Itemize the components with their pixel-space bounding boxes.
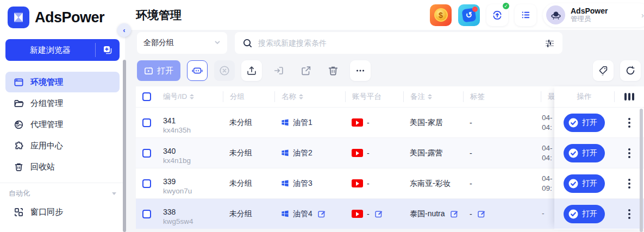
- share-transfer-button[interactable]: [296, 60, 316, 81]
- open-row-button[interactable]: 打开: [564, 114, 605, 132]
- page-title: 环境管理: [136, 8, 182, 23]
- action-row: 打开: [554, 198, 644, 229]
- browser-window-icon: [13, 77, 24, 87]
- search-input[interactable]: [258, 39, 539, 47]
- column-settings-icon[interactable]: [614, 91, 644, 102]
- profile-name: AdsPower: [571, 7, 608, 16]
- upload-icon: [246, 65, 258, 77]
- refresh-table-button[interactable]: [620, 60, 641, 81]
- windows-os-icon: [281, 210, 289, 218]
- open-row-button[interactable]: 打开: [564, 205, 605, 223]
- open-row-button[interactable]: 打开: [564, 144, 605, 162]
- search-bar[interactable]: [235, 32, 562, 54]
- open-selected-label: 打开: [157, 66, 173, 76]
- sidebar-menu: 环境管理 分组管理 代理管理: [5, 72, 120, 177]
- rpa-robot-button[interactable]: [187, 60, 208, 81]
- sidebar-item-window-sync[interactable]: 窗口同步: [5, 202, 120, 222]
- robot-icon: [191, 65, 203, 77]
- avatar: [546, 5, 565, 24]
- group-filter-dropdown[interactable]: 全部分组: [137, 32, 227, 54]
- cell-name: 油管2: [274, 148, 345, 158]
- adspower-logo-icon: [8, 7, 29, 28]
- new-browser-button[interactable]: 新建浏览器: [5, 39, 120, 61]
- window-sync-icon: [13, 206, 24, 217]
- cell-group: 未分组: [223, 118, 274, 128]
- sidebar-item-proxy[interactable]: 代理管理: [5, 114, 120, 135]
- select-all-checkbox[interactable]: [142, 92, 151, 101]
- sync-icon: [491, 9, 503, 21]
- edit-icon[interactable]: [317, 210, 326, 218]
- sort-icon[interactable]: [190, 94, 194, 99]
- youtube-icon: [352, 210, 363, 218]
- share-icon: [300, 65, 312, 77]
- cell-remark: 美国-家居: [403, 118, 463, 128]
- filter-sliders-icon[interactable]: [545, 38, 555, 48]
- sunbrowser-icon: [568, 178, 579, 189]
- more-actions-button[interactable]: [350, 60, 371, 81]
- export-upload-button[interactable]: [241, 60, 262, 81]
- automation-section-header[interactable]: 自动化: [0, 183, 125, 200]
- batch-create-icon[interactable]: [96, 39, 120, 61]
- sidebar-item-apps[interactable]: 应用中心: [5, 135, 120, 156]
- table-scrollbar[interactable]: [640, 109, 643, 232]
- close-circle-icon: [218, 65, 230, 77]
- import-icon: [273, 65, 285, 77]
- coin-icon: $: [434, 8, 448, 22]
- sidebar-item-label: 环境管理: [30, 77, 63, 87]
- open-selected-button[interactable]: 打开: [137, 60, 180, 81]
- cell-remark: 东南亚-彩妆: [403, 179, 463, 189]
- windows-os-icon: [281, 118, 289, 127]
- cell-tag: -: [463, 149, 541, 158]
- row-checkbox[interactable]: [142, 179, 151, 188]
- sidebar-collapse-button[interactable]: ‹: [117, 23, 131, 37]
- chevron-down-icon: [112, 192, 116, 195]
- notification-dot: [472, 7, 478, 12]
- group-filter-value: 全部分组: [143, 38, 174, 48]
- rewards-coin-button[interactable]: $: [430, 4, 452, 26]
- import-button[interactable]: [268, 60, 289, 81]
- ellipsis-icon: [354, 65, 366, 77]
- cell-group: 未分组: [223, 209, 274, 219]
- fixed-action-column: 操作 打开 打开 打开: [554, 86, 644, 229]
- col-header-remark[interactable]: 备注: [403, 91, 463, 102]
- windows-os-icon: [281, 179, 289, 187]
- delete-button[interactable]: [323, 60, 343, 81]
- edit-icon[interactable]: [374, 210, 383, 218]
- toolbar: 打开: [137, 60, 640, 81]
- cell-id: 338kwg5sw4: [157, 203, 223, 225]
- profile-menu[interactable]: AdsPower 管理员 ›: [543, 3, 644, 27]
- new-browser-label: 新建浏览器: [5, 39, 95, 61]
- main-area: 环境管理 $ ↺ ✓: [125, 0, 644, 232]
- youtube-icon: [352, 118, 363, 127]
- tag-manage-button[interactable]: [593, 60, 614, 81]
- sunbrowser-icon: [568, 117, 579, 128]
- sidebar: AdsPower 新建浏览器 环境管理: [0, 0, 125, 232]
- sidebar-item-environment[interactable]: 环境管理: [5, 72, 120, 92]
- update-sync-button[interactable]: ✓: [486, 4, 508, 26]
- sidebar-scrollbar[interactable]: [123, 60, 126, 232]
- edit-icon[interactable]: [450, 210, 459, 218]
- sidebar-item-recycle[interactable]: 回收站: [5, 156, 120, 177]
- sort-icon[interactable]: [428, 94, 432, 99]
- sidebar-item-groups[interactable]: 分组管理: [5, 93, 120, 114]
- close-browser-button[interactable]: [214, 60, 235, 81]
- open-row-button[interactable]: 打开: [564, 174, 605, 193]
- cell-group: 未分组: [223, 179, 274, 189]
- browser-open-icon: [144, 66, 153, 76]
- col-header-platform: 账号平台: [345, 91, 403, 102]
- community-app-button[interactable]: ↺: [458, 4, 480, 26]
- edit-icon[interactable]: [477, 210, 486, 218]
- cell-id: 340kx4n1bg: [157, 142, 223, 165]
- col-header-name[interactable]: 名称: [274, 91, 345, 102]
- row-checkbox[interactable]: [142, 149, 151, 158]
- col-header-id[interactable]: 编号/ID: [157, 91, 223, 102]
- tag-icon: [597, 65, 609, 77]
- sort-icon[interactable]: [299, 94, 303, 99]
- row-checkbox[interactable]: [142, 118, 151, 127]
- row-checkbox[interactable]: [142, 210, 151, 218]
- task-list-button[interactable]: [515, 4, 536, 26]
- sunbrowser-icon: [568, 209, 579, 220]
- chevron-down-icon: [214, 39, 221, 47]
- col-header-action: 操作: [554, 92, 614, 102]
- cell-id: 339kwyon7u: [157, 172, 223, 195]
